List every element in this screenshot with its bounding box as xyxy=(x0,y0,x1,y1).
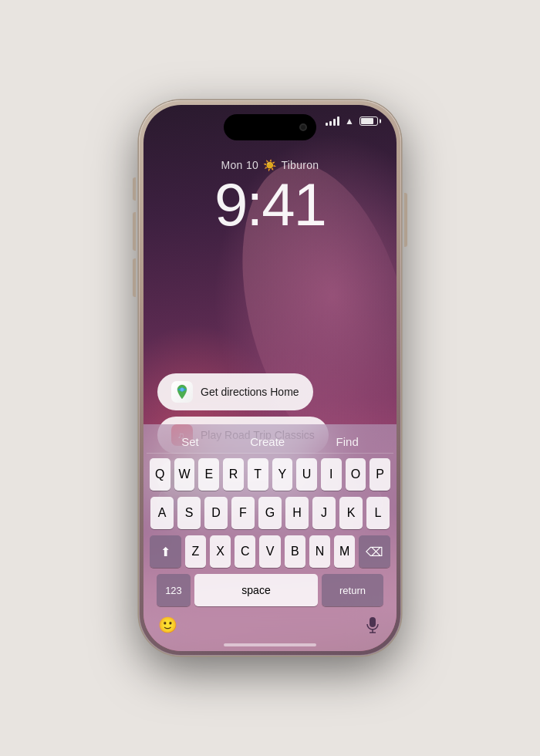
keyboard-bottom-row: 🙂 xyxy=(147,606,393,639)
sun-icon: ☀️ xyxy=(263,159,276,171)
suggestion-set[interactable]: Set xyxy=(181,435,199,448)
key-y[interactable]: Y xyxy=(272,458,293,491)
key-i[interactable]: I xyxy=(321,458,342,491)
keyboard-predictions: Set Create Find xyxy=(147,430,393,454)
camera-dot xyxy=(299,123,307,131)
key-f[interactable]: F xyxy=(231,497,255,529)
key-j[interactable]: J xyxy=(312,497,336,529)
lock-screen-content: Mon 10 ☀️ Tiburon 9:41 xyxy=(143,159,397,235)
status-icons: ▲ xyxy=(326,116,378,127)
numbers-key[interactable]: 123 xyxy=(157,574,191,606)
maps-app-icon xyxy=(171,381,193,403)
key-k[interactable]: K xyxy=(339,497,363,529)
key-g[interactable]: G xyxy=(258,497,282,529)
key-e[interactable]: E xyxy=(198,458,219,491)
key-o[interactable]: O xyxy=(346,458,366,491)
key-h[interactable]: H xyxy=(285,497,309,529)
key-row-3: ⬆ Z X C V B N M ⌫ xyxy=(150,535,390,568)
suggestion-create[interactable]: Create xyxy=(250,435,285,448)
suggestion-directions[interactable]: Get directions Home xyxy=(157,373,313,410)
key-r[interactable]: R xyxy=(223,458,244,491)
dynamic-island xyxy=(224,114,316,140)
suggestion-find[interactable]: Find xyxy=(336,435,359,448)
key-u[interactable]: U xyxy=(296,458,317,491)
space-key[interactable]: space xyxy=(194,574,318,606)
wifi-icon: ▲ xyxy=(345,116,354,127)
key-m[interactable]: M xyxy=(334,535,355,568)
keyboard-rows: Q W E R T Y U I O P A S D F G xyxy=(147,458,393,606)
backspace-key[interactable]: ⌫ xyxy=(359,535,390,568)
key-t[interactable]: T xyxy=(248,458,268,491)
shift-key[interactable]: ⬆ xyxy=(150,535,181,568)
suggestion-directions-label: Get directions Home xyxy=(201,386,299,398)
svg-rect-2 xyxy=(370,617,376,627)
key-row-2: A S D F G H J K L xyxy=(150,497,390,529)
key-s[interactable]: S xyxy=(177,497,201,529)
date-weather-row: Mon 10 ☀️ Tiburon xyxy=(221,159,319,171)
key-n[interactable]: N xyxy=(309,535,330,568)
mic-key[interactable] xyxy=(361,611,384,639)
key-l[interactable]: L xyxy=(366,497,390,529)
key-row-1: Q W E R T Y U I O P xyxy=(150,458,390,491)
key-a[interactable]: A xyxy=(150,497,174,529)
home-indicator[interactable] xyxy=(224,643,316,646)
phone-frame: ▲ Mon 10 ☀️ Tiburon 9:41 xyxy=(139,100,401,656)
signal-icon xyxy=(326,116,339,126)
volume-down-button[interactable] xyxy=(133,258,136,297)
key-row-4: 123 space return xyxy=(150,574,390,606)
key-w[interactable]: W xyxy=(174,458,195,491)
key-q[interactable]: Q xyxy=(150,458,170,491)
key-v[interactable]: V xyxy=(259,535,280,568)
location-label: Tiburon xyxy=(281,159,319,171)
date-label: Mon 10 xyxy=(221,159,259,171)
phone-screen: ▲ Mon 10 ☀️ Tiburon 9:41 xyxy=(143,105,397,651)
key-c[interactable]: C xyxy=(235,535,255,568)
battery-icon xyxy=(359,116,378,126)
key-b[interactable]: B xyxy=(285,535,305,568)
mute-button[interactable] xyxy=(133,177,136,201)
key-p[interactable]: P xyxy=(370,458,390,491)
emoji-key[interactable]: 🙂 xyxy=(156,611,179,639)
volume-up-button[interactable] xyxy=(133,212,136,251)
clock-display: 9:41 xyxy=(214,174,326,235)
key-z[interactable]: Z xyxy=(185,535,206,568)
return-key[interactable]: return xyxy=(322,574,383,606)
key-d[interactable]: D xyxy=(204,497,228,529)
keyboard: Set Create Find Q W E R T Y U I O P xyxy=(143,424,397,651)
power-button[interactable] xyxy=(404,193,407,247)
key-x[interactable]: X xyxy=(210,535,231,568)
